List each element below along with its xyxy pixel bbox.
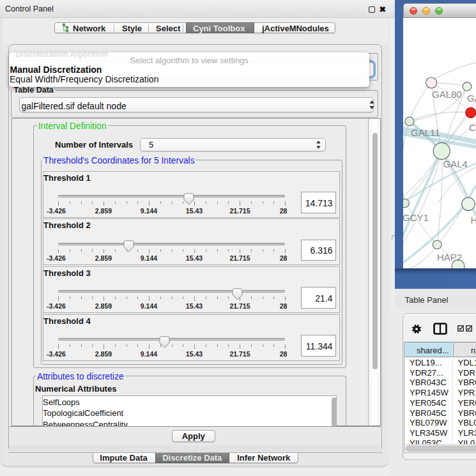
svg-text:GAL80: GAL80	[432, 89, 462, 100]
svg-text:GAL11: GAL11	[411, 127, 440, 138]
svg-text:GAL: GAL	[467, 93, 476, 104]
svg-text:GCY1: GCY1	[403, 212, 429, 223]
svg-text:CD: CD	[469, 122, 476, 133]
svg-text:HAP2: HAP2	[437, 252, 462, 263]
svg-text:HM: HM	[471, 215, 476, 226]
svg-text:GAL4: GAL4	[443, 158, 468, 169]
